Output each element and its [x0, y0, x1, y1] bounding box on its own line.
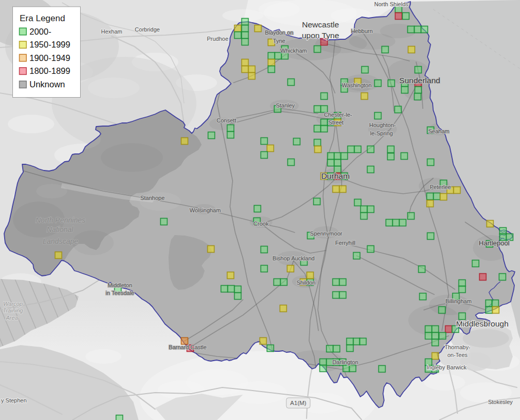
svg-text:Whickham: Whickham — [280, 48, 307, 54]
svg-text:Hexham: Hexham — [101, 28, 123, 35]
svg-text:Prudhoe: Prudhoe — [207, 36, 228, 42]
svg-text:Stokesley: Stokesley — [488, 399, 513, 405]
svg-text:Sunderland: Sunderland — [399, 76, 440, 85]
svg-text:Houghton-: Houghton- — [369, 122, 396, 128]
svg-text:Spennymoor: Spennymoor — [310, 230, 343, 237]
svg-text:A1(M): A1(M) — [290, 400, 306, 406]
svg-text:on-Tees: on-Tees — [447, 352, 468, 358]
svg-text:Corbridge: Corbridge — [135, 26, 160, 33]
svg-text:Shildon: Shildon — [297, 279, 316, 286]
svg-text:Warcop: Warcop — [3, 301, 23, 307]
svg-text:Washington: Washington — [342, 82, 372, 88]
svg-text:Street: Street — [328, 119, 343, 126]
svg-text:Stanley: Stanley — [276, 102, 295, 108]
svg-text:Newcastle: Newcastle — [302, 20, 339, 29]
svg-text:Unknown: Unknown — [29, 80, 65, 89]
svg-text:1900-1949: 1900-1949 — [29, 53, 70, 63]
svg-text:1800-1899: 1800-1899 — [29, 66, 70, 75]
svg-text:Hebburn: Hebburn — [351, 28, 373, 34]
svg-text:Consett: Consett — [217, 117, 236, 123]
svg-text:Durham: Durham — [321, 172, 349, 180]
svg-text:North Pennines: North Pennines — [36, 216, 86, 224]
svg-text:Crook: Crook — [253, 221, 269, 227]
svg-text:upon Tyne: upon Tyne — [302, 31, 339, 40]
svg-text:Training: Training — [3, 307, 24, 314]
svg-text:Landscape: Landscape — [43, 237, 79, 245]
svg-text:Stanhope: Stanhope — [140, 195, 164, 201]
svg-text:Era Legend: Era Legend — [20, 13, 65, 23]
svg-text:Thornaby-: Thornaby- — [445, 344, 470, 350]
svg-text:Bishop Auckland: Bishop Auckland — [272, 255, 314, 261]
svg-text:Middleton: Middleton — [108, 282, 132, 288]
svg-text:Chester-le-: Chester-le- — [324, 112, 353, 118]
svg-text:Seaham: Seaham — [429, 128, 450, 134]
svg-text:y Stephen: y Stephen — [1, 397, 27, 403]
svg-text:Tyne: Tyne — [273, 38, 285, 44]
svg-text:Hartlepool: Hartlepool — [479, 239, 509, 247]
svg-text:1950-1999: 1950-1999 — [29, 40, 70, 49]
svg-text:Barnard Castle: Barnard Castle — [169, 344, 206, 350]
svg-text:Peterlee: Peterlee — [430, 184, 451, 190]
svg-text:Ingleby Barwick: Ingleby Barwick — [426, 364, 467, 370]
svg-text:Wolsingham: Wolsingham — [190, 207, 221, 213]
svg-text:Middlesbrough: Middlesbrough — [456, 319, 509, 328]
svg-text:in Teesdale: in Teesdale — [105, 290, 134, 296]
svg-text:le-Spring: le-Spring — [370, 130, 393, 136]
svg-text:2000-: 2000- — [29, 27, 51, 36]
svg-text:Blaydon on: Blaydon on — [265, 29, 293, 36]
svg-text:Billingham: Billingham — [446, 298, 472, 304]
svg-text:North Shields: North Shields — [374, 1, 409, 7]
svg-text:Ferryhill: Ferryhill — [335, 240, 355, 246]
svg-text:National: National — [47, 225, 73, 234]
svg-text:Area: Area — [5, 315, 18, 321]
svg-text:Darlington: Darlington — [332, 359, 358, 365]
